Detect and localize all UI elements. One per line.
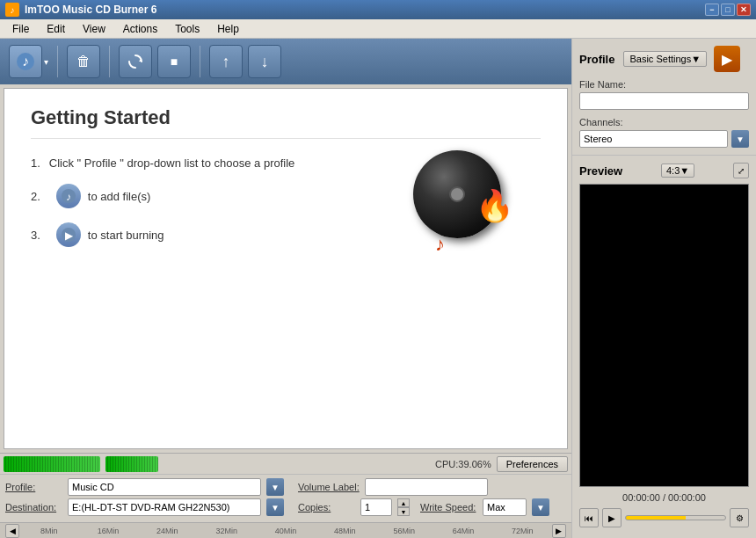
step-1-text: Click " Profile " drop-down list to choo… [49,156,294,170]
channels-row: ▼ [579,130,749,148]
toolbar-separator-1 [57,46,58,77]
preview-section: Preview 4:3▼ ⤢ 00:00:00 / 00:00:00 ⏮ ▶ ⚙ [572,156,756,538]
copies-up-button[interactable]: ▲ [397,498,410,507]
preview-header: Preview 4:3▼ ⤢ [579,163,749,178]
rewind-button[interactable]: ⏮ [579,508,599,527]
preview-title: Preview [579,164,622,178]
destination-label: Destination: [5,502,62,513]
svg-text:♪: ♪ [66,191,71,203]
window-controls: − □ ✕ [705,4,751,16]
volume-input[interactable] [365,478,488,496]
right-panel: Profile Basic Settings▼ ▶ File Name: Cha… [571,39,756,538]
write-speed-dropdown-button[interactable]: ▼ [532,498,549,516]
add-dropdown-arrow[interactable]: ▾ [44,57,48,67]
move-up-button[interactable]: ↑ [209,45,243,78]
waveform [4,456,100,472]
menu-item-help[interactable]: Help [208,21,248,37]
volume-slider[interactable] [625,515,726,520]
play-button[interactable]: ▶ [602,508,622,527]
timeline-marker: 72Min [493,527,552,535]
write-speed-label: Write Speed: [420,502,477,513]
maximize-button[interactable]: □ [721,4,735,16]
timeline-scroll-right[interactable]: ▶ [552,524,566,538]
status-bar: CPU:39.06% Preferences [0,453,571,474]
stop-button[interactable]: ■ [157,45,191,78]
page-title: Getting Started [31,106,541,139]
step-2-icon: ♪ [56,184,81,208]
channels-dropdown-button[interactable]: ▼ [731,130,749,148]
cpu-display: CPU:39.06% [164,459,497,469]
add-file-button[interactable]: ♪ [9,45,42,78]
menu-item-view[interactable]: View [74,21,114,37]
timeline-marker: 24Min [138,527,197,535]
move-down-button[interactable]: ↓ [248,45,281,78]
menu-item-tools[interactable]: Tools [166,21,208,37]
fullscreen-button[interactable]: ⤢ [733,163,749,178]
copies-input[interactable] [360,498,392,516]
toolbar-separator-2 [109,46,110,77]
destination-dropdown-button[interactable]: ▼ [266,498,284,516]
timeline-marker: 32Min [197,527,256,535]
file-name-input[interactable] [579,92,749,110]
step-2-text: to add file(s) [88,190,151,203]
aspect-ratio-button[interactable]: 4:3▼ [661,164,694,178]
profile-dropdown-button[interactable]: ▼ [266,478,284,496]
profile-header-row: Profile Basic Settings▼ ▶ [579,46,749,72]
channels-label: Channels: [579,117,749,127]
profile-input[interactable] [68,478,261,496]
profile-row: Profile: ▼ Volume Label: [5,478,566,496]
main-layout: ♪ ▾ 🗑 ■ ↑ ↓ Getting Started [0,39,756,538]
timeline-marker: 16Min [78,527,137,535]
svg-text:♪: ♪ [22,54,29,69]
svg-text:▶: ▶ [64,229,73,242]
file-name-label: File Name: [579,79,749,90]
step-3-icon: ▶ [56,222,81,247]
toolbar-separator-3 [200,46,200,77]
title-bar: ♪ ImTOO Music CD Burner 6 − □ ✕ [0,0,756,19]
refresh-button[interactable] [119,45,152,78]
timeline-marker: 64Min [433,527,492,535]
delete-button[interactable]: 🗑 [67,45,100,78]
step-1-num: 1. [31,156,40,170]
app-icon: ♪ [5,3,19,17]
profile-title: Profile [579,53,614,66]
timeline-marker: 48Min [316,527,374,535]
timeline: ◀ 8Min16Min24Min32Min40Min48Min56Min64Mi… [0,522,571,538]
timeline-marker: 40Min [256,527,315,535]
menu-item-actions[interactable]: Actions [114,21,166,37]
waveform-2 [105,456,158,472]
volume-label: Volume Label: [298,482,360,492]
menu-bar: FileEditViewActionsToolsHelp [0,19,756,39]
step-3-num: 3. [31,229,40,242]
close-button[interactable]: ✕ [737,4,751,16]
preferences-button[interactable]: Preferences [497,456,568,472]
channels-input[interactable] [579,130,728,148]
write-speed-input[interactable] [483,498,527,516]
menu-item-file[interactable]: File [4,21,38,37]
timeline-marker: 8Min [19,527,78,535]
toolbar: ♪ ▾ 🗑 ■ ↑ ↓ [0,39,571,84]
copies-label: Copies: [298,502,355,513]
cd-image: 🔥 ♪ [409,142,514,247]
basic-settings-button[interactable]: Basic Settings▼ [623,51,707,67]
copies-down-button[interactable]: ▼ [397,507,410,516]
destination-row: Destination: ▼ Copies: ▲ ▼ Write Speed: … [5,498,566,516]
playback-controls: ⏮ ▶ ⚙ [579,508,749,527]
copies-spinner: ▲ ▼ [397,498,410,516]
output-button[interactable]: ⚙ [730,508,749,527]
content-area: Getting Started 1. Click " Profile " dro… [4,88,568,449]
timeline-marker: 56Min [374,527,433,535]
step-3-text: to start burning [88,229,164,242]
next-button[interactable]: ▶ [714,46,740,72]
minimize-button[interactable]: − [705,4,719,16]
left-panel: ♪ ▾ 🗑 ■ ↑ ↓ Getting Started [0,39,571,538]
destination-input[interactable] [68,498,261,516]
app-title: ImTOO Music CD Burner 6 [25,4,705,16]
profile-label: Profile: [5,482,62,492]
timeline-scroll-left[interactable]: ◀ [5,524,19,538]
menu-item-edit[interactable]: Edit [38,21,74,37]
preview-screen [579,184,749,487]
time-display: 00:00:00 / 00:00:00 [579,492,749,503]
profile-section: Profile Basic Settings▼ ▶ File Name: Cha… [572,39,756,156]
bottom-controls: Profile: ▼ Volume Label: Destination: ▼ … [0,474,571,522]
